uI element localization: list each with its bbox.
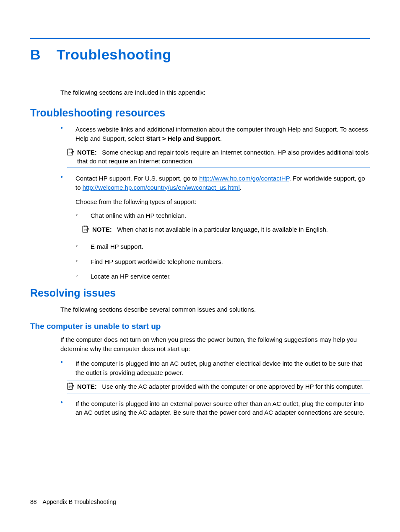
note-label: NOTE:: [77, 149, 97, 156]
link-wwcontact[interactable]: http://welcome.hp.com/country/us/en/wwco…: [83, 184, 240, 191]
note-box: NOTE: Some checkup and repair tools requ…: [67, 146, 370, 168]
note-text: Some checkup and repair tools require an…: [77, 149, 369, 165]
page-footer: 88Appendix B Troubleshooting: [30, 498, 116, 505]
note-icon: [65, 382, 75, 390]
menu-path: Start > Help and Support: [146, 135, 220, 142]
body-text: Chat online with an HP technician.: [91, 212, 186, 219]
body-text: .: [240, 184, 242, 191]
page-number: 88: [30, 498, 37, 505]
body-text: If the computer is plugged into an exter…: [75, 400, 365, 416]
body-text: If the computer does not turn on when yo…: [60, 335, 370, 354]
subsection-unable-to-start: The computer is unable to start up: [30, 322, 370, 331]
appendix-text: Troubleshooting: [57, 46, 171, 62]
note-label: NOTE:: [77, 383, 97, 390]
list-item: Access website links and additional info…: [60, 125, 370, 168]
body-text: The following sections describe several …: [60, 305, 370, 314]
section-resolving-issues: Resolving issues: [30, 287, 370, 299]
list-item: Find HP support worldwide telephone numb…: [75, 257, 370, 266]
body-text: E-mail HP support.: [91, 243, 143, 250]
note-label: NOTE:: [92, 226, 112, 233]
list-item: E-mail HP support.: [75, 242, 370, 251]
note-text: When chat is not available in a particul…: [117, 226, 328, 233]
appendix-intro: The following sections are included in t…: [60, 88, 370, 97]
appendix-letter: B: [30, 46, 41, 63]
link-contact-hp[interactable]: http://www.hp.com/go/contactHP: [199, 175, 289, 182]
list-item: Chat online with an HP technician. NOTE:…: [75, 211, 370, 236]
list-item: Locate an HP service center.: [75, 272, 370, 281]
list-item: If the computer is plugged into an exter…: [60, 399, 370, 418]
body-text: Find HP support worldwide telephone numb…: [91, 258, 223, 265]
body-text: Contact HP support. For U.S. support, go…: [75, 175, 199, 182]
note-icon: [65, 148, 75, 156]
note-box: NOTE: When chat is not available in a pa…: [82, 223, 370, 236]
list-item: Contact HP support. For U.S. support, go…: [60, 174, 370, 281]
note-box: NOTE: Use only the AC adapter provided w…: [67, 380, 370, 393]
note-icon: [81, 225, 90, 233]
body-text: .: [220, 135, 222, 142]
note-text: Use only the AC adapter provided with th…: [102, 383, 364, 390]
body-text: If the computer is plugged into an AC ou…: [75, 360, 362, 376]
list-item: If the computer is plugged into an AC ou…: [60, 359, 370, 393]
body-text: Choose from the following types of suppo…: [75, 197, 370, 207]
body-text: Locate an HP service center.: [91, 273, 171, 280]
section-troubleshooting-resources: Troubleshooting resources: [30, 107, 370, 119]
appendix-title: BTroubleshooting: [30, 46, 370, 63]
footer-text: Appendix B Troubleshooting: [43, 498, 116, 505]
top-rule: [30, 38, 370, 39]
